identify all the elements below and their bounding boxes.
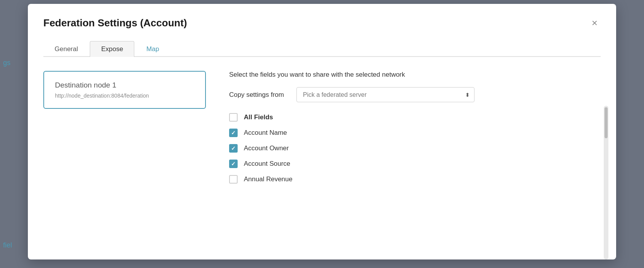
- field-item-account-owner: Account Owner: [229, 144, 598, 153]
- field-label-all-fields: All Fields: [244, 113, 273, 121]
- modal-body: Destination node 1 http://node_destinati…: [43, 57, 601, 259]
- tab-map[interactable]: Map: [135, 41, 170, 57]
- modal-header: Federation Settings (Account) ×: [43, 16, 601, 29]
- scrollbar-thumb: [605, 107, 608, 138]
- destination-name: Destination node 1: [55, 81, 194, 89]
- section-description: Select the fields you want to share with…: [229, 71, 601, 79]
- checkbox-account-owner[interactable]: [229, 144, 238, 153]
- tabs-container: General Expose Map: [43, 40, 601, 57]
- tab-expose[interactable]: Expose: [90, 41, 134, 57]
- modal-dialog: Federation Settings (Account) × General …: [28, 4, 616, 259]
- field-label-account-source: Account Source: [244, 160, 290, 168]
- copy-settings-row: Copy settings from Pick a federated serv…: [229, 87, 601, 102]
- field-item-account-source: Account Source: [229, 160, 598, 168]
- field-label-account-owner: Account Owner: [244, 144, 289, 152]
- checkbox-account-source[interactable]: [229, 160, 238, 168]
- field-label-account-name: Account Name: [244, 129, 287, 137]
- tab-general[interactable]: General: [43, 41, 89, 57]
- destination-card: Destination node 1 http://node_destinati…: [43, 71, 206, 109]
- modal-overlay: Federation Settings (Account) × General …: [0, 0, 644, 268]
- copy-settings-label: Copy settings from: [229, 91, 284, 99]
- federated-server-select[interactable]: Pick a federated server: [296, 87, 474, 102]
- fields-list: All Fields Account Name Account Owner Ac…: [229, 113, 601, 184]
- close-button[interactable]: ×: [589, 16, 601, 29]
- right-panel: Select the fields you want to share with…: [229, 71, 601, 259]
- checkbox-all-fields[interactable]: [229, 113, 238, 122]
- checkbox-annual-revenue[interactable]: [229, 175, 238, 184]
- federated-server-select-wrapper: Pick a federated server ⬍: [296, 87, 474, 102]
- left-panel: Destination node 1 http://node_destinati…: [43, 71, 206, 259]
- modal-title: Federation Settings (Account): [43, 17, 187, 29]
- scrollbar[interactable]: [604, 106, 608, 259]
- field-item-annual-revenue: Annual Revenue: [229, 175, 598, 184]
- field-label-annual-revenue: Annual Revenue: [244, 175, 293, 183]
- field-item-account-name: Account Name: [229, 129, 598, 137]
- field-item-all-fields: All Fields: [229, 113, 598, 122]
- checkbox-account-name[interactable]: [229, 129, 238, 137]
- destination-url: http://node_destination:8084/federation: [55, 93, 194, 99]
